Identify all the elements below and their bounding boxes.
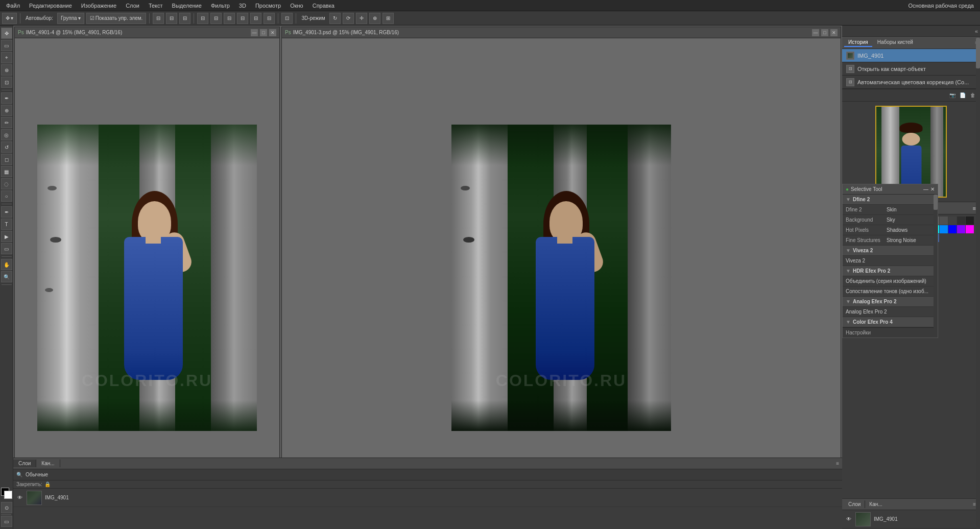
history-item-2[interactable]: ⊡ Автоматическая цветовая коррекция (Со.… [842, 76, 980, 89]
menu-window[interactable]: Окно [286, 2, 307, 10]
swatch-13[interactable] [966, 217, 974, 225]
distribute-top[interactable]: ⊟ [237, 13, 248, 24]
move-tool[interactable]: ✥ [1, 28, 12, 39]
swatch-10[interactable] [940, 217, 948, 225]
eyedropper-tool[interactable]: ✒ [1, 92, 12, 104]
zoom-tool[interactable]: 🔍 [1, 271, 12, 282]
doc-canvas-left[interactable]: COLORITO.RU [15, 38, 279, 517]
align-center-v[interactable]: ⊟ [166, 13, 177, 24]
layer-visibility-0[interactable]: 👁 [16, 494, 23, 501]
layer-row-0[interactable]: 👁 IMG_4901 [13, 489, 842, 507]
distribute-center-h[interactable]: ⊟ [210, 13, 222, 24]
3d-slide[interactable]: ⊕ [369, 13, 380, 24]
path-select-tool[interactable]: ▶ [1, 231, 12, 242]
selective-close[interactable]: ✕ [930, 186, 935, 192]
swatch-12[interactable] [957, 217, 965, 225]
3d-scale[interactable]: ⊞ [383, 13, 394, 24]
selective-panel-scrollbar[interactable] [934, 195, 938, 338]
shape-tool[interactable]: ▭ [1, 243, 12, 254]
doc-canvas-right[interactable]: COLORITO.RU [282, 38, 841, 517]
distribute-left[interactable]: ⊟ [197, 13, 208, 24]
3d-pan[interactable]: ✛ [356, 13, 367, 24]
menu-select[interactable]: Выделение [168, 2, 206, 10]
brush-tool[interactable]: ✏ [1, 117, 12, 128]
dfine2-row-0: Dfine 2 Skin [843, 205, 938, 215]
doc-maximize-left[interactable]: □ [260, 29, 267, 36]
3d-roll[interactable]: ⟳ [343, 13, 354, 24]
background-color[interactable] [4, 491, 12, 499]
swatch-11[interactable] [948, 217, 957, 225]
history-item-1[interactable]: ⊡ Открыть как смарт-объект [842, 62, 980, 76]
history-tab[interactable]: История [844, 38, 872, 47]
history-item-0[interactable]: IMG_4901 [842, 49, 980, 62]
crop-tool[interactable]: ⊡ [1, 77, 12, 88]
right-panel-scrollbar[interactable] [976, 38, 980, 529]
lasso-tool[interactable]: ⌖ [1, 52, 12, 63]
right-panel-scrollbar-thumb[interactable] [976, 38, 980, 68]
selective-minimize[interactable]: — [923, 186, 928, 192]
swatch-violet[interactable] [957, 225, 965, 233]
doc-minimize-right[interactable]: — [812, 29, 819, 36]
doc-minimize-left[interactable]: — [251, 29, 258, 36]
analog-section-header[interactable]: ▼ Analog Efex Pro 2 [843, 297, 938, 307]
blur-tool[interactable]: ◌ [1, 178, 12, 189]
menu-image[interactable]: Изображение [77, 2, 121, 10]
menu-text[interactable]: Текст [145, 2, 167, 10]
quick-mask-btn[interactable]: ⊙ [1, 502, 12, 513]
menu-edit[interactable]: Редактирование [25, 2, 76, 10]
channels-tab[interactable]: Кан... [36, 460, 60, 467]
layers-tab[interactable]: Слои [13, 460, 36, 467]
layer-section: Слои Кан... ≡ 🔍 Обычные Закрепить: 🔒 👁 I… [13, 458, 842, 529]
marquee-tool[interactable]: ▭ [1, 40, 12, 51]
history-new-snapshot[interactable]: 📷 [948, 91, 957, 100]
brush-sets-tab[interactable]: Наборы кистей [873, 38, 917, 47]
type-tool[interactable]: T [1, 219, 12, 230]
dfine2-section-header[interactable]: ▼ Dfine 2 [843, 195, 938, 205]
hand-tool[interactable]: ✋ [1, 259, 12, 270]
auto-select-dropdown[interactable]: Группа ▾ [57, 13, 84, 24]
menu-layers[interactable]: Слои [122, 2, 144, 10]
right-layer-row-0[interactable]: 👁 IMG_4901 [842, 510, 980, 528]
history-new-doc[interactable]: 📄 [959, 91, 967, 100]
selective-scrollbar-thumb[interactable] [934, 195, 938, 210]
right-layer-eye-0[interactable]: 👁 [845, 516, 852, 523]
right-kan-tab[interactable]: Кан... [865, 500, 886, 508]
align-left[interactable]: ⊟ [153, 13, 164, 24]
doc-maximize-right[interactable]: □ [821, 29, 828, 36]
clone-tool[interactable]: ◎ [1, 129, 12, 140]
color-efex-section-header[interactable]: ▼ Color Efex Pro 4 [843, 317, 938, 327]
doc-close-right[interactable]: ✕ [830, 29, 838, 36]
eraser-tool[interactable]: ◻ [1, 154, 12, 165]
screen-mode-btn[interactable]: ▭ [1, 516, 12, 527]
viveza2-section-header[interactable]: ▼ Viveza 2 [843, 246, 938, 256]
dfine2-label-2: Hot Pixels [846, 227, 887, 233]
lock-icon[interactable]: 🔒 [44, 482, 51, 487]
heal-tool[interactable]: ⊕ [1, 105, 12, 116]
pen-tool[interactable]: ✒ [1, 206, 12, 218]
menu-3d[interactable]: 3D [235, 2, 250, 10]
distribute-right[interactable]: ⊟ [224, 13, 235, 24]
swatch-blue[interactable] [948, 225, 957, 233]
show-controls-checkbox[interactable]: ☑ Показать упр. элем. [86, 13, 147, 24]
collapse-icon[interactable]: « [975, 28, 978, 34]
hdr-section-header[interactable]: ▼ HDR Efex Pro 2 [843, 266, 938, 276]
menu-filter[interactable]: Фильтр [207, 2, 234, 10]
workspace-label: Основная рабочая среда [908, 3, 978, 9]
swatch-azure[interactable] [940, 225, 948, 233]
quick-select-tool[interactable]: ⊛ [1, 64, 12, 76]
auto-align[interactable]: ⊡ [281, 13, 293, 24]
distribute-center-v[interactable]: ⊟ [250, 13, 261, 24]
align-right[interactable]: ⊟ [179, 13, 190, 24]
doc-close-left[interactable]: ✕ [269, 29, 276, 36]
distribute-bottom[interactable]: ⊟ [264, 13, 275, 24]
menu-view[interactable]: Просмотр [251, 2, 285, 10]
menu-file[interactable]: Файл [2, 2, 24, 10]
panel-options-icon[interactable]: ≡ [833, 460, 842, 467]
swatch-magenta[interactable] [966, 225, 974, 233]
dodge-tool[interactable]: ○ [1, 190, 12, 202]
menu-help[interactable]: Справка [308, 2, 339, 10]
gradient-tool[interactable]: ▦ [1, 166, 12, 177]
history-brush-tool[interactable]: ↺ [1, 141, 12, 153]
3d-rotate[interactable]: ↻ [329, 13, 341, 24]
right-sloi-tab[interactable]: Слои [844, 500, 865, 508]
